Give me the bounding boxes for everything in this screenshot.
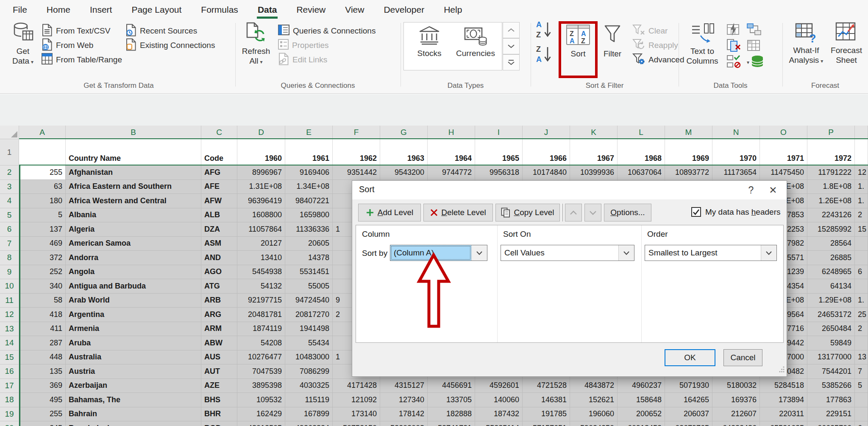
cell-E20[interactable]: 49362834 (285, 421, 333, 426)
my-data-has-headers-checkbox[interactable] (691, 207, 701, 217)
cell-P7[interactable]: 28564 (807, 237, 855, 251)
cell-P19[interactable]: 229151 (807, 407, 855, 422)
col-header-J[interactable]: J (523, 126, 570, 139)
cell-L17[interactable]: 4960237 (618, 379, 665, 393)
cell-E3[interactable]: 1.34E+08 (285, 180, 333, 194)
cell-P6[interactable]: 15285992 (807, 222, 855, 237)
cell-C6[interactable]: DZA (201, 222, 237, 237)
cell-L18[interactable]: 158648 (618, 393, 665, 407)
cell-E4[interactable]: 98407221 (285, 194, 333, 208)
col-header-P[interactable]: P (807, 126, 855, 139)
cell-K2[interactable]: 10399936 (570, 165, 618, 180)
cell-N19[interactable]: 212607 (712, 407, 760, 422)
what-if-analysis-button[interactable]: ? What-If Analysis▾ (787, 22, 826, 66)
row-header-6[interactable]: 6 (0, 222, 19, 237)
cell-B1[interactable]: Country Name (66, 139, 201, 165)
cell-N20[interactable]: 64232486 (712, 421, 760, 426)
dropdown-arrow-icon[interactable] (471, 245, 487, 261)
cell-B14[interactable]: Aruba (66, 336, 201, 350)
existing-connections-button[interactable]: Existing Connections (125, 39, 215, 52)
cell-D14[interactable]: 54208 (237, 336, 285, 350)
cell-J2[interactable]: 10174840 (523, 165, 570, 180)
tab-view[interactable]: View (345, 0, 364, 20)
cell-O20[interactable]: 65531635 (760, 421, 807, 426)
cell-H19[interactable]: 182888 (428, 407, 475, 422)
cell-K20[interactable]: 59034250 (570, 421, 618, 426)
recent-sources-button[interactable]: Recent Sources (125, 25, 197, 37)
row-header-2[interactable]: 2 (0, 165, 19, 180)
cell-Q20[interactable]: 6 (855, 421, 868, 426)
forecast-sheet-button[interactable]: Forecast Sheet (827, 22, 865, 65)
cell-A12[interactable]: 418 (19, 308, 66, 322)
cell-F17[interactable]: 4171428 (333, 379, 380, 393)
cell-C14[interactable]: ABW (201, 336, 237, 350)
select-all-corner[interactable] (0, 126, 19, 139)
text-to-columns-button[interactable]: Text to Columns (682, 22, 722, 66)
cell-M20[interactable]: 62679765 (665, 421, 712, 426)
cell-P13[interactable]: 2650484 (807, 322, 855, 336)
cell-L2[interactable]: 10637064 (618, 165, 665, 180)
cell-C11[interactable]: ARB (201, 294, 237, 308)
dropdown-arrow-icon[interactable] (618, 245, 634, 261)
row-header-3[interactable]: 3 (0, 180, 19, 194)
cell-O1[interactable]: 1971 (760, 139, 807, 165)
cell-H17[interactable]: 4456691 (428, 379, 475, 393)
options-button[interactable]: Options... (604, 204, 651, 221)
gallery-more-button[interactable] (503, 54, 520, 70)
cell-P18[interactable]: 177863 (807, 393, 855, 407)
cell-B3[interactable]: Africa Eastern and Southern (66, 180, 201, 194)
tab-file[interactable]: File (13, 0, 27, 20)
cell-A6[interactable]: 137 (19, 222, 66, 237)
cell-G1[interactable]: 1963 (380, 139, 428, 165)
cell-A13[interactable]: 411 (19, 322, 66, 336)
cell-O19[interactable]: 220311 (760, 407, 807, 422)
cell-D4[interactable]: 96396419 (237, 194, 285, 208)
cell-E2[interactable]: 9169406 (285, 165, 333, 180)
cell-B15[interactable]: Australia (66, 350, 201, 365)
cell-A14[interactable]: 287 (19, 336, 66, 350)
advanced-filter-button[interactable]: Advanced (632, 53, 684, 66)
order-dropdown[interactable]: Smallest to Largest (645, 245, 777, 261)
gallery-scroll-up-button[interactable] (503, 22, 520, 38)
cell-P5[interactable]: 2243126 (807, 208, 855, 223)
row-header-14[interactable]: 14 (0, 336, 19, 350)
cell-A15[interactable]: 448 (19, 350, 66, 365)
currencies-button[interactable]: Currencies (452, 25, 499, 58)
cell-D9[interactable]: 5454938 (237, 265, 285, 280)
row-header-1[interactable]: 1 (0, 139, 19, 165)
cell-B9[interactable]: Angola (66, 265, 201, 280)
add-level-button[interactable]: Add Level (358, 204, 421, 221)
resize-grip[interactable] (778, 365, 785, 375)
cell-D12[interactable]: 20481781 (237, 308, 285, 322)
cell-P9[interactable]: 6248965 (807, 265, 855, 280)
cell-K17[interactable]: 4843872 (570, 379, 618, 393)
cell-C17[interactable]: AZE (201, 379, 237, 393)
cell-F2[interactable]: 9351442 (333, 165, 380, 180)
cell-B20[interactable]: Bangladesh (66, 421, 201, 426)
cell-D10[interactable]: 54132 (237, 279, 285, 294)
row-header-17[interactable]: 17 (0, 379, 19, 393)
relationships-button[interactable] (747, 24, 761, 36)
cell-P16[interactable]: 7544201 (807, 364, 855, 379)
cell-C15[interactable]: AUS (201, 350, 237, 365)
cell-E17[interactable]: 4030325 (285, 379, 333, 393)
cell-E18[interactable]: 115119 (285, 393, 333, 407)
cell-A18[interactable]: 495 (19, 393, 66, 407)
col-header-A[interactable]: A (19, 126, 66, 139)
cell-B16[interactable]: Austria (66, 364, 201, 379)
cell-J19[interactable]: 191785 (523, 407, 570, 422)
cell-B13[interactable]: Armenia (66, 322, 201, 336)
cell-Q4[interactable]: 1. (855, 194, 868, 208)
get-data-button[interactable]: Get Data▾ (6, 22, 40, 67)
cell-D2[interactable]: 8996967 (237, 165, 285, 180)
cell-Q19[interactable] (855, 407, 868, 422)
cell-C13[interactable]: ARM (201, 322, 237, 336)
row-header-5[interactable]: 5 (0, 208, 19, 223)
cell-C5[interactable]: ALB (201, 208, 237, 223)
cell-C12[interactable]: ARG (201, 308, 237, 322)
cell-E12[interactable]: 20817270 (285, 308, 333, 322)
cell-M19[interactable]: 206037 (665, 407, 712, 422)
cell-D3[interactable]: 1.31E+08 (237, 180, 285, 194)
cell-I18[interactable]: 140060 (475, 393, 523, 407)
cell-A17[interactable]: 369 (19, 379, 66, 393)
